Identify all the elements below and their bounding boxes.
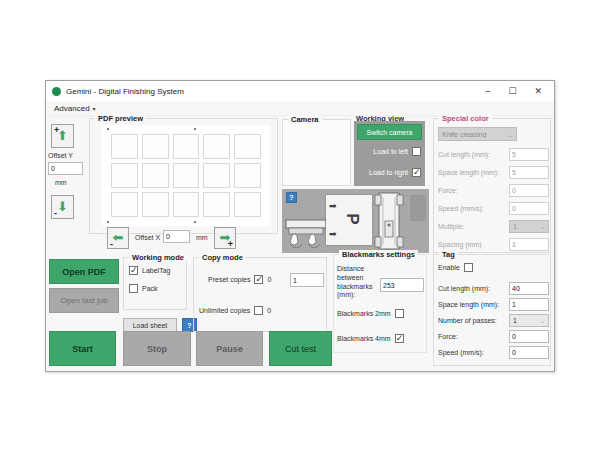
chevron-down-icon: ⌄ [508,131,513,138]
tag-force-label: Force: [438,333,458,340]
label-cell [203,163,230,188]
sheet-with-p-icon: ➡ ➡ P [326,195,372,245]
offset-y-label: Offset Y [48,152,73,159]
load-sheet-button[interactable]: Load sheet [123,318,177,332]
label-cell [111,163,138,188]
blackmarks-2mm-row[interactable]: Blackmarks 2mm [337,309,404,318]
sc-space-length-input[interactable] [509,166,549,179]
sc-cut-length-input[interactable] [509,148,549,161]
load-to-left-row[interactable]: Load to left [373,147,421,156]
minus-sign: - [110,239,113,249]
working-view-panel: Switch camera Load to left Load to right [354,121,425,186]
working-mode-title: Working mode [129,253,187,262]
load-to-right-checkbox[interactable] [412,168,421,177]
chevron-down-icon: ▾ [93,105,96,112]
load-to-right-row[interactable]: Load to right [369,168,421,177]
sc-speed-input[interactable] [509,202,549,215]
window-title: Gemini - Digital Finishing System [66,87,184,96]
offset-y-up-button[interactable]: + ⬆ [51,124,74,148]
open-pdf-button[interactable]: Open PDF [49,259,119,284]
load-to-right-label: Load to right [369,169,408,176]
chevron-down-icon: ⌄ [540,317,545,324]
pause-button[interactable]: Pause [196,331,263,366]
cut-test-button[interactable]: Cut test [269,331,332,366]
pack-checkbox[interactable] [129,284,138,293]
special-color-mode-dropdown[interactable]: Knife creasing ⌄ [438,127,517,141]
offset-y-down-button[interactable]: - ⬇ [51,195,74,219]
registration-mark [194,128,196,130]
pdf-preview-sheet[interactable] [102,125,270,226]
unlimited-copies-row[interactable]: Unlimited copies 0 [199,306,271,315]
labeltag-checkbox[interactable] [129,266,138,275]
label-cell [111,134,138,159]
copy-mode-title: Copy mode [199,253,246,262]
blackmarks-4mm-row[interactable]: Blackmarks 4mm [337,334,404,343]
tag-speed-label: Speed (mm/s): [438,349,484,356]
pack-row[interactable]: Pack [129,284,158,293]
label-cell [203,192,230,217]
label-cell [173,163,200,188]
open-last-job-button[interactable]: Open last job [49,288,119,313]
tag-space-length-input[interactable] [509,298,549,311]
tag-enable-checkbox[interactable] [464,263,473,272]
start-button[interactable]: Start [49,331,116,366]
blackmarks-2mm-checkbox[interactable] [395,309,404,318]
diagram-help-button[interactable]: ? [286,192,297,203]
preset-copies-input[interactable] [290,273,324,287]
sc-force-input[interactable] [509,184,549,197]
offset-x-input[interactable] [163,230,190,243]
stop-button[interactable]: Stop [123,331,191,366]
switch-camera-button[interactable]: Switch camera [357,124,422,140]
blackmarks-group: Blackmarks settings Distance between bla… [333,254,427,353]
tag-cut-length-label: Cut length (mm): [438,285,490,292]
label-cell [173,192,200,217]
tag-passes-label: Number of passes: [438,317,497,324]
preset-copies-label: Preset copies [208,276,250,283]
sc-multiple-label: Multiple: [438,223,464,230]
label-cell [142,134,169,159]
camera-title: Camera [288,115,322,124]
offset-x-left-button[interactable]: ⬅ - [107,227,129,249]
load-to-left-checkbox[interactable] [412,147,421,156]
tag-enable-label: Enable [438,264,460,271]
preset-copies-row[interactable]: Preset copies 0 [208,275,271,284]
preset-copies-checkbox[interactable] [254,275,263,284]
labeltag-label: LabelTag [142,267,170,274]
tag-cut-length-input[interactable] [509,282,549,295]
close-icon[interactable]: ✕ [534,81,542,101]
minimize-icon[interactable]: – [485,81,490,101]
cutter-machine-icon [373,191,405,251]
preset-copies-count: 0 [267,276,271,283]
tag-speed-input[interactable] [509,346,549,359]
tag-enable-row[interactable]: Enable [438,263,473,272]
sc-multiple-dropdown[interactable]: 1 ⌄ [509,220,549,233]
blackmarks-distance-input[interactable] [380,278,424,292]
label-cell [142,192,169,217]
menu-advanced[interactable]: Advanced ▾ [54,104,96,113]
label-cell [173,134,200,159]
sc-spacing-input[interactable] [509,238,549,251]
pdf-preview-group: PDF preview [89,118,278,234]
offset-x-right-button[interactable]: ➡ + [214,227,236,249]
tag-group: Tag Enable Cut length (mm): Space length… [433,254,551,366]
sc-space-length-label: Space length (mm): [438,169,499,176]
maximize-icon[interactable]: ☐ [508,81,516,101]
offset-y-input[interactable] [48,162,83,175]
registration-mark [194,221,196,223]
p-orientation-mark: P [342,213,362,224]
sc-force-label: Force: [438,187,458,194]
registration-mark [107,128,109,130]
pdf-preview-title: PDF preview [95,114,146,123]
sc-cut-length-label: Cut length (mm): [438,151,490,158]
unlimited-copies-count: 0 [267,307,271,314]
blackmarks-distance-label: Distance between blackmarks (mm): [337,265,381,300]
labeltag-row[interactable]: LabelTag [129,266,170,275]
tag-passes-dropdown[interactable]: 1 ⌄ [509,314,549,327]
unlimited-copies-checkbox[interactable] [254,306,263,315]
blackmarks-4mm-label: Blackmarks 4mm [337,335,391,342]
tag-force-input[interactable] [509,330,549,343]
tag-space-length-label: Space length (mm): [438,301,499,308]
blackmarks-4mm-checkbox[interactable] [395,334,404,343]
label-cell [142,163,169,188]
hands-loading-icon [284,216,328,252]
